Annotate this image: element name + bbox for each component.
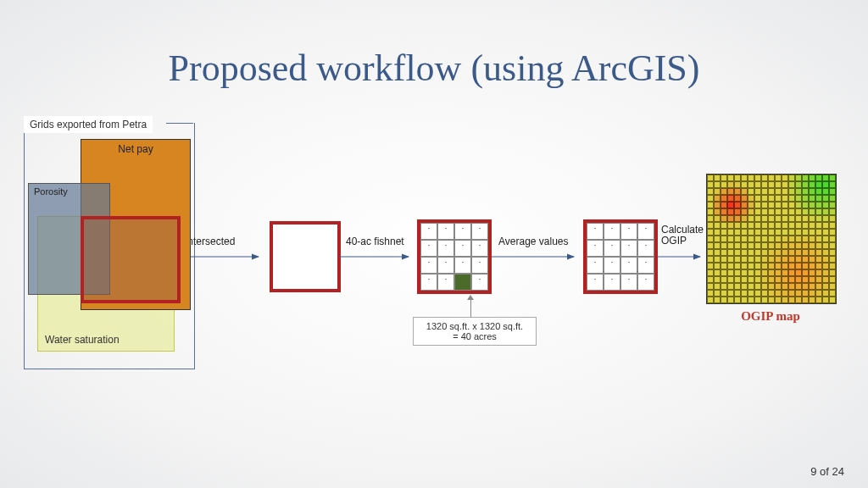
fishnet-grid [417,219,492,294]
label-average: Average values [498,236,569,247]
porosity-label: Porosity [34,186,68,197]
callout-line2: = 40 acres [419,331,531,341]
arrow-fishnet [339,248,415,265]
label-intersected: Intersected [185,236,235,247]
label-fishnet: 40-ac fishnet [346,236,404,247]
ogip-heatmap [706,174,837,304]
intersection-highlight [81,216,181,303]
page-number: 9 of 24 [810,465,844,478]
water-saturation-label: Water saturation [45,334,120,346]
label-calc-ogip: CalculateOGIP [661,225,704,247]
petra-group-label: Grids exported from Petra [24,116,153,133]
averaged-grid [583,219,658,294]
net-pay-label: Net pay [81,143,190,155]
arrow-calc-ogip [658,248,707,265]
callout-line1: 1320 sq.ft. x 1320 sq.ft. [419,321,531,331]
ogip-map-label: OGIP map [706,309,835,324]
slide-title: Proposed workflow (using ArcGIS) [0,47,868,90]
callout-line [470,300,471,317]
intersected-box [270,221,341,292]
arrow-average [492,248,581,265]
callout-box: 1320 sq.ft. x 1320 sq.ft. = 40 acres [413,317,537,346]
